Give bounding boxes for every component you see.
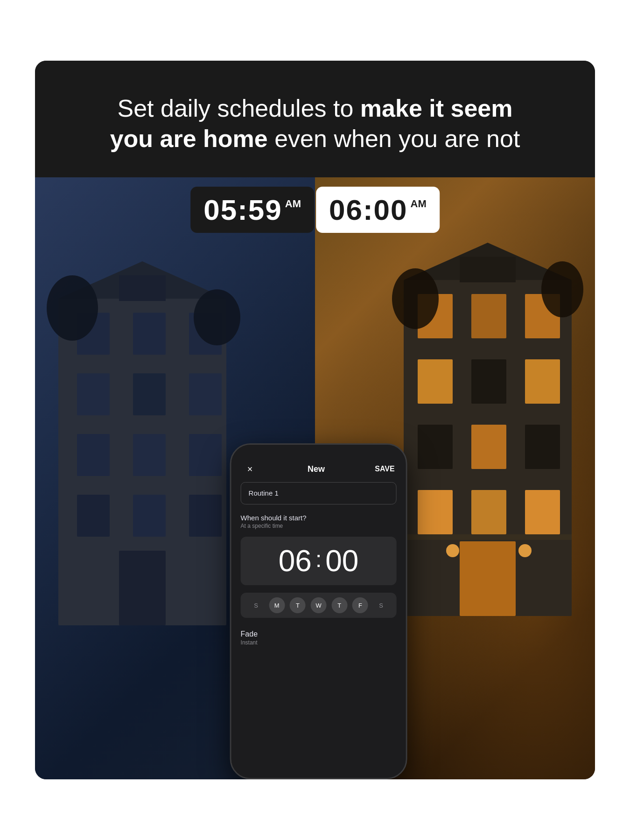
svg-rect-24 bbox=[471, 294, 506, 338]
svg-rect-30 bbox=[471, 425, 506, 469]
building-left bbox=[44, 205, 240, 625]
svg-point-39 bbox=[392, 268, 439, 329]
days-row: S M T W T F S bbox=[241, 593, 397, 618]
day-saturday[interactable]: S bbox=[373, 597, 389, 613]
svg-rect-35 bbox=[460, 541, 516, 616]
phone-screen: × New SAVE Routine 1 When should i bbox=[231, 445, 406, 778]
phone-notch bbox=[288, 445, 349, 458]
fade-sublabel: Instant bbox=[241, 639, 397, 646]
svg-rect-26 bbox=[418, 359, 453, 404]
time-badge-before: 05:59 AM bbox=[190, 187, 314, 233]
day-sunday[interactable]: S bbox=[248, 597, 264, 613]
fade-section[interactable]: Fade Instant bbox=[241, 625, 397, 651]
svg-rect-34 bbox=[525, 490, 560, 534]
svg-rect-3 bbox=[119, 275, 166, 301]
minutes-value: 00 bbox=[325, 546, 358, 576]
svg-rect-10 bbox=[77, 434, 110, 476]
time-picker[interactable]: 06 : 00 bbox=[241, 537, 397, 585]
time-separator: : bbox=[312, 546, 325, 572]
svg-rect-36 bbox=[404, 534, 572, 540]
page-container: Set daily schedules to make it seem you … bbox=[0, 0, 630, 840]
svg-rect-13 bbox=[77, 495, 110, 537]
when-label: When should it start? bbox=[241, 514, 397, 522]
time-before-ampm: AM bbox=[285, 198, 301, 210]
svg-rect-22 bbox=[460, 257, 516, 282]
time-before-number: 05:59 bbox=[203, 193, 282, 226]
time-badge-after: 06:00 AM bbox=[316, 187, 440, 233]
hours-picker[interactable]: 06 bbox=[279, 546, 312, 576]
day-thursday[interactable]: T bbox=[331, 597, 347, 613]
svg-point-40 bbox=[541, 261, 583, 317]
svg-point-18 bbox=[194, 289, 240, 345]
svg-rect-31 bbox=[525, 425, 560, 469]
minutes-picker[interactable]: 00 bbox=[325, 546, 358, 576]
svg-point-37 bbox=[446, 544, 459, 557]
routine-name-input[interactable]: Routine 1 bbox=[241, 482, 397, 504]
time-after-ampm: AM bbox=[411, 198, 427, 210]
headline-text: Set daily schedules to make it seem you … bbox=[72, 93, 558, 154]
routine-name-value: Routine 1 bbox=[249, 489, 279, 497]
hours-value: 06 bbox=[279, 546, 312, 576]
svg-rect-33 bbox=[471, 490, 506, 534]
svg-rect-14 bbox=[133, 495, 166, 537]
svg-rect-11 bbox=[133, 434, 166, 476]
svg-point-17 bbox=[47, 275, 98, 341]
top-spacer bbox=[0, 0, 630, 61]
svg-rect-28 bbox=[525, 359, 560, 404]
day-wednesday[interactable]: W bbox=[311, 597, 327, 613]
time-after-number: 06:00 bbox=[329, 193, 408, 226]
svg-rect-9 bbox=[189, 373, 222, 415]
svg-rect-15 bbox=[189, 495, 222, 537]
fade-label: Fade bbox=[241, 630, 397, 638]
building-right bbox=[390, 196, 586, 616]
when-sublabel: At a specific time bbox=[241, 523, 397, 529]
close-button[interactable]: × bbox=[243, 462, 258, 476]
svg-rect-29 bbox=[418, 425, 453, 469]
screen-title: New bbox=[308, 464, 325, 474]
svg-rect-16 bbox=[119, 551, 166, 625]
svg-point-38 bbox=[518, 544, 532, 557]
time-display: 05:59 AM 06:00 AM bbox=[190, 187, 440, 233]
main-card: Set daily schedules to make it seem you … bbox=[35, 61, 595, 779]
image-section: 05:59 AM 06:00 AM × New bbox=[35, 177, 595, 779]
day-tuesday[interactable]: T bbox=[290, 597, 306, 613]
phone-content: Routine 1 When should it start? At a spe… bbox=[231, 482, 406, 778]
close-icon: × bbox=[247, 464, 253, 475]
day-monday[interactable]: M bbox=[269, 597, 285, 613]
svg-rect-7 bbox=[77, 373, 110, 415]
svg-rect-27 bbox=[471, 359, 506, 404]
headline-section: Set daily schedules to make it seem you … bbox=[35, 61, 595, 177]
svg-rect-32 bbox=[418, 490, 453, 534]
day-friday[interactable]: F bbox=[352, 597, 368, 613]
phone-mockup: × New SAVE Routine 1 When should i bbox=[230, 443, 407, 779]
save-button[interactable]: SAVE bbox=[375, 465, 394, 473]
svg-rect-12 bbox=[189, 434, 222, 476]
svg-rect-5 bbox=[133, 313, 166, 355]
when-section: When should it start? At a specific time bbox=[241, 514, 397, 529]
svg-rect-8 bbox=[133, 373, 166, 415]
